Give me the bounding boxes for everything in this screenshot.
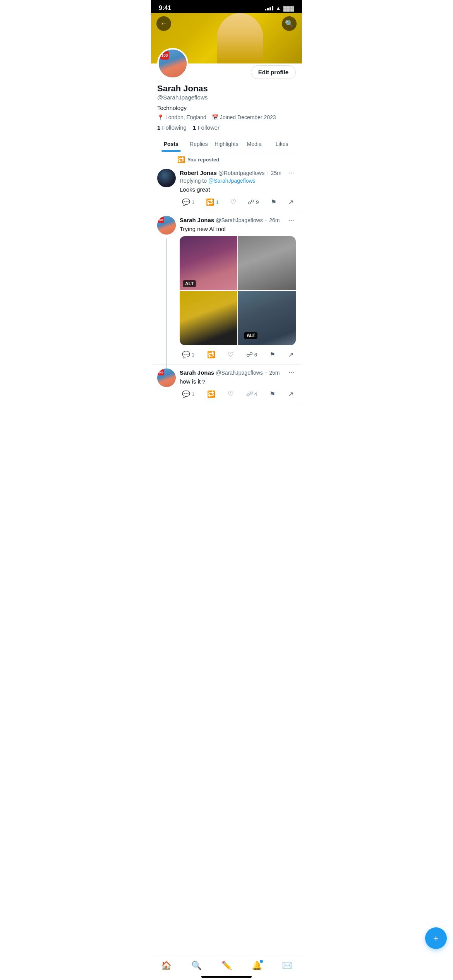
views-icon: ☍ <box>246 351 253 359</box>
profile-bio: Technology <box>157 105 296 111</box>
tweet-3-author-handle: @SarahJpageflows <box>216 370 263 376</box>
heart-icon: ♡ <box>228 351 233 359</box>
tweet-1-comment-button[interactable]: 💬 1 <box>180 197 197 208</box>
profile-name: Sarah Jonas <box>157 84 296 94</box>
profile-info-area: 100 Edit profile Sarah Jonas @SarahJpage… <box>151 48 302 152</box>
tweet-3-comment-button[interactable]: 💬 1 <box>180 389 197 400</box>
signal-icon <box>265 6 273 10</box>
alt-tag-1: ALT <box>183 280 196 287</box>
tweet-2-retweet-button[interactable]: 🔁 <box>205 349 218 360</box>
edit-profile-button[interactable]: Edit profile <box>251 65 296 79</box>
repost-indicator: 🔁 You reposted <box>151 152 302 165</box>
tweet-3-avatar-badge: 100 <box>158 369 164 375</box>
tweet-1-like-button[interactable]: ♡ <box>228 197 239 208</box>
profile-tabs: Posts Replies Highlights Media Likes <box>157 135 296 152</box>
tweet-3-share-button[interactable]: ↗ <box>286 389 296 400</box>
tweet-3-content: Sarah Jonas @SarahJpageflows · 25m ··· h… <box>180 368 296 400</box>
tweet-2-author-handle: @SarahJpageflows <box>216 217 263 223</box>
tweet-3-more-button[interactable]: ··· <box>287 368 296 377</box>
tweet-3-text: how is it ? <box>180 377 296 385</box>
tweet-2-time: 26m <box>269 217 280 223</box>
retweet-icon: 🔁 <box>207 390 215 398</box>
tweet-1-share-button[interactable]: ↗ <box>286 197 296 208</box>
tweet-2-media-2[interactable] <box>238 236 296 290</box>
profile-avatar: 100 <box>157 48 188 79</box>
tweet-2-media-4[interactable]: GIF ALT <box>238 291 296 345</box>
tweet-1-text: Looks great <box>180 185 296 194</box>
separator: · <box>267 170 268 176</box>
tweet-3-comment-count: 1 <box>192 391 194 397</box>
tweet-3: 100 Sarah Jonas @SarahJpageflows · 25m ·… <box>151 365 302 404</box>
tweet-2-comment-count: 1 <box>192 352 194 358</box>
tweet-3-like-button[interactable]: ♡ <box>225 389 236 400</box>
tweet-2-more-button[interactable]: ··· <box>287 216 296 224</box>
tab-highlights[interactable]: Highlights <box>213 135 240 152</box>
bookmark-icon: ⚑ <box>271 198 276 206</box>
comment-icon: 💬 <box>182 198 190 206</box>
tweet-2-bookmark-button[interactable]: ⚑ <box>267 349 278 360</box>
tweet-2-content: Sarah Jonas @SarahJpageflows · 26m ··· T… <box>180 216 296 360</box>
back-icon: ← <box>160 20 167 28</box>
tweet-3-header: Sarah Jonas @SarahJpageflows · 25m ··· <box>180 368 296 377</box>
tweet-2-like-button[interactable]: ♡ <box>225 349 236 360</box>
share-icon: ↗ <box>288 198 293 206</box>
avatar-badge: 100 <box>160 51 169 60</box>
tweet-1: Robert Jonas @Robertpageflows · 25m ··· … <box>151 165 302 212</box>
tab-media[interactable]: Media <box>240 135 268 152</box>
following-stat[interactable]: 1 Following <box>157 124 187 131</box>
bookmark-icon: ⚑ <box>269 351 275 359</box>
tweet-3-author-name: Sarah Jonas <box>180 369 214 376</box>
tweet-2-avatar-badge: 100 <box>158 217 164 223</box>
followers-stat[interactable]: 1 Follower <box>193 124 220 131</box>
tab-posts-label: Posts <box>164 141 178 147</box>
tweet-1-retweet-count: 1 <box>216 199 218 205</box>
tweet-2-author-name: Sarah Jonas <box>180 217 214 223</box>
status-time: 9:41 <box>159 5 171 12</box>
tweet-1-avatar-image <box>157 169 176 187</box>
avatar-image: 100 <box>159 50 187 77</box>
tab-posts[interactable]: Posts <box>157 135 185 152</box>
comment-icon: 💬 <box>182 390 190 398</box>
tweet-2-media-3[interactable] <box>180 291 237 345</box>
tweet-1-more-button[interactable]: ··· <box>287 169 296 177</box>
tweet-1-retweet-button[interactable]: 🔁 1 <box>204 197 221 208</box>
tweet-2-share-button[interactable]: ↗ <box>286 349 296 360</box>
tweet-3-time: 25m <box>269 370 280 376</box>
tweet-2-views-button[interactable]: ☍ 6 <box>244 349 259 360</box>
tweet-2-text: Trying new AI tool <box>180 225 296 233</box>
back-button[interactable]: ← <box>156 16 171 31</box>
tweet-3-author-info: Sarah Jonas @SarahJpageflows · 25m <box>180 369 287 376</box>
status-bar: 9:41 ▲ ▓▓▓ <box>151 0 302 13</box>
share-icon: ↗ <box>288 390 293 398</box>
tweet-3-views-button[interactable]: ☍ 4 <box>244 389 259 400</box>
search-button[interactable]: 🔍 <box>282 16 297 31</box>
tweet-1-views-button[interactable]: ☍ 9 <box>245 197 261 208</box>
tweet-2-avatar-image: 100 <box>157 216 176 235</box>
tweet-1-avatar <box>157 169 176 187</box>
tweet-3-avatar: 100 <box>157 368 176 387</box>
tweet-3-bookmark-button[interactable]: ⚑ <box>267 389 278 400</box>
tweet-3-actions: 💬 1 🔁 ♡ ☍ 4 ⚑ ↗ <box>180 389 296 400</box>
tweet-3-retweet-button[interactable]: 🔁 <box>205 389 218 400</box>
search-icon: 🔍 <box>285 19 293 28</box>
tweet-2-avatar: 100 <box>157 216 176 235</box>
tweet-2: 100 Sarah Jonas @SarahJpageflows · 26m ·… <box>151 212 302 365</box>
tweet-2-views-count: 6 <box>254 352 257 358</box>
tweet-1-views-count: 9 <box>256 199 259 205</box>
separator: · <box>265 217 267 224</box>
separator: · <box>265 369 267 376</box>
tweet-2-comment-button[interactable]: 💬 1 <box>180 349 197 360</box>
profile-location: 📍 London, England <box>157 114 206 120</box>
tab-likes[interactable]: Likes <box>268 135 296 152</box>
tweet-2-media-1[interactable]: ALT <box>180 236 237 290</box>
tab-replies[interactable]: Replies <box>185 135 213 152</box>
tweet-1-reply-link[interactable]: @SarahJpageflows <box>208 178 256 184</box>
tweet-2-media-grid: ALT GIF ALT <box>180 236 296 345</box>
following-count: 1 <box>157 124 160 131</box>
tweet-1-content: Robert Jonas @Robertpageflows · 25m ··· … <box>180 169 296 208</box>
comment-icon: 💬 <box>182 351 190 359</box>
tweet-1-bookmark-button[interactable]: ⚑ <box>268 197 279 208</box>
tweet-2-actions: 💬 1 🔁 ♡ ☍ 6 ⚑ ↗ <box>180 349 296 360</box>
share-icon: ↗ <box>288 351 293 359</box>
tweet-2-header: Sarah Jonas @SarahJpageflows · 26m ··· <box>180 216 296 224</box>
